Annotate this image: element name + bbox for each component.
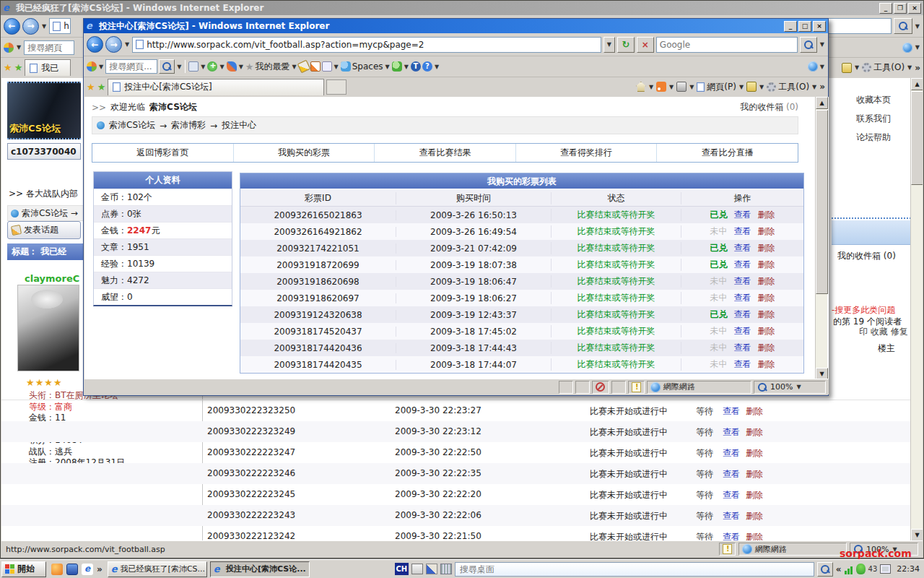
link-forum-help[interactable]: 论坛帮助 — [856, 131, 891, 144]
delete-link[interactable]: 删除 — [746, 447, 763, 460]
caret-icon[interactable]: ▼ — [98, 64, 104, 70]
view-link[interactable]: 查看 — [734, 309, 751, 321]
delete-link[interactable]: 删除 — [746, 510, 763, 522]
breadcrumb-betting-center[interactable]: 投注中心 — [222, 119, 256, 131]
view-link[interactable]: 查看 — [723, 468, 740, 480]
msn-logo-icon[interactable] — [4, 43, 14, 53]
delete-link[interactable]: 删除 — [746, 489, 763, 501]
view-link[interactable]: 查看 — [723, 405, 740, 418]
search-more-link[interactable]: -搜更多此类问题 — [832, 304, 895, 316]
lottery-nav-item[interactable]: 我购买的彩票 — [233, 144, 375, 162]
popup-vertical-scrollbar[interactable]: ▲ ▼ — [815, 97, 827, 380]
view-link[interactable]: 查看 — [734, 292, 751, 304]
tools-menu-button[interactable]: 工具(O) — [778, 81, 809, 93]
google-search-box[interactable] — [656, 37, 798, 53]
caret-icon[interactable]: ▼ — [811, 84, 817, 90]
language-indicator[interactable]: CH — [395, 563, 409, 575]
post-topic-button[interactable]: 发表话题 — [7, 221, 81, 239]
bg-vertical-scrollbar[interactable]: ▲ ▼ — [910, 78, 923, 541]
view-link[interactable]: 查看 — [734, 242, 751, 254]
tray-collapse-icon[interactable]: « — [836, 564, 842, 574]
highlight-page-icon[interactable] — [310, 61, 321, 72]
delete-link[interactable]: 删除 — [758, 259, 775, 271]
caret-icon[interactable]: ▼ — [854, 64, 860, 71]
delete-link[interactable]: 删除 — [758, 292, 775, 304]
window-icon[interactable] — [188, 61, 199, 72]
scrollbar-thumb[interactable] — [911, 91, 923, 185]
caret-icon[interactable]: ▼ — [819, 64, 825, 70]
delete-link[interactable]: 删除 — [746, 426, 763, 439]
save-disk-icon[interactable] — [66, 564, 78, 575]
caret-icon[interactable]: ▼ — [176, 64, 182, 70]
gear-icon[interactable] — [862, 63, 871, 72]
caret-icon[interactable]: ▼ — [689, 84, 694, 90]
my-favorites-button[interactable]: 我的最愛 — [255, 61, 289, 73]
translate-caret-icon[interactable]: ▼ — [915, 44, 920, 51]
toolbar-overflow-icon[interactable]: » — [819, 82, 825, 92]
add-content-icon[interactable] — [207, 61, 217, 72]
breadcrumb-forum[interactable]: 索沛CS论坛 — [109, 119, 155, 131]
delete-link[interactable]: 删除 — [746, 468, 763, 480]
zoom-caret-icon[interactable]: ▼ — [796, 384, 801, 390]
back-button[interactable]: ← — [87, 36, 103, 53]
bg-address-bar[interactable]: h — [49, 18, 71, 34]
spaces-button[interactable]: Spaces — [352, 61, 383, 72]
post-actions-links[interactable]: 印 收藏 修复 — [859, 326, 908, 338]
popup-titlebar[interactable]: e 投注中心[索沛CS论坛] - Windows Internet Explor… — [84, 19, 828, 33]
messenger-tray-icon[interactable] — [856, 564, 866, 574]
lottery-nav-item[interactable]: 查看比赛结果 — [374, 144, 515, 162]
delete-link[interactable]: 删除 — [758, 325, 775, 337]
caret-icon[interactable]: ▼ — [907, 64, 912, 71]
toolbar-overflow-icon[interactable]: » — [915, 63, 920, 73]
delete-link[interactable]: 删除 — [758, 242, 775, 254]
stop-button[interactable]: × — [637, 37, 654, 53]
caret-icon[interactable]: ▼ — [385, 64, 391, 70]
active-tab[interactable]: 投注中心[索沛CS论坛] — [108, 79, 324, 95]
bg-web-search-input[interactable] — [27, 43, 71, 53]
delete-link[interactable]: 删除 — [758, 275, 775, 288]
msn-logo-icon[interactable] — [87, 61, 97, 72]
delete-link[interactable]: 删除 — [758, 342, 775, 354]
translate-globe-icon[interactable] — [808, 61, 818, 72]
caret-icon[interactable]: ▼ — [219, 64, 225, 70]
link-contact-us[interactable]: 联系我们 — [856, 113, 891, 125]
scroll-up-icon[interactable]: ▲ — [816, 97, 828, 109]
toolbar-grid-icon[interactable] — [440, 564, 452, 574]
messenger-contact-icon[interactable] — [392, 61, 402, 72]
display-tray-icon[interactable] — [880, 564, 891, 574]
scroll-up-icon[interactable]: ▲ — [911, 78, 923, 90]
msn-butterfly-icon[interactable] — [227, 61, 237, 72]
address-input[interactable] — [147, 40, 598, 50]
start-button[interactable]: 開始 — [1, 561, 46, 577]
caret-icon[interactable]: ▼ — [648, 84, 654, 90]
scroll-down-icon[interactable]: ▼ — [911, 529, 923, 541]
desktop-search-box[interactable] — [455, 562, 814, 577]
taskbar-button-main-window[interactable]: e 我已经疯狂了[索沛CS... — [108, 561, 207, 577]
t-badge-icon[interactable]: T — [411, 61, 421, 72]
bg-page-style-icon[interactable] — [842, 63, 852, 73]
view-link[interactable]: 查看 — [723, 510, 740, 522]
bg-window-titlebar[interactable]: e 我已经疯狂了[索沛CS论坛] - Windows Internet Expl… — [1, 1, 923, 15]
desktop-search-input[interactable] — [460, 564, 809, 574]
caret-icon[interactable]: ▼ — [334, 64, 339, 70]
breadcrumb-lottery[interactable]: 索沛博彩 — [171, 119, 206, 131]
caret-icon[interactable]: ▼ — [668, 84, 674, 90]
taskbar-button-popup-window[interactable]: e 投注中心[索沛CS论... — [210, 561, 310, 577]
add-favorite-icon[interactable]: ★ — [97, 82, 106, 92]
page-menu-button[interactable]: 網頁(P) — [707, 81, 736, 93]
bg-search-options-icon[interactable]: ▼ — [915, 23, 920, 30]
lottery-nav-item[interactable]: 查看得奖排行 — [515, 144, 657, 162]
lottery-nav-item[interactable]: 查看比分直播 — [656, 144, 798, 162]
caret-icon[interactable]: ▼ — [434, 64, 440, 70]
forward-button[interactable]: → — [105, 36, 122, 53]
desktop-search-button[interactable] — [817, 562, 833, 577]
mail-icon[interactable] — [322, 61, 332, 72]
help-icon[interactable]: ? — [422, 61, 432, 72]
minimize-button[interactable]: _ — [879, 3, 892, 14]
minimize-button[interactable]: _ — [784, 21, 797, 32]
view-link[interactable]: 查看 — [734, 325, 751, 337]
bg-tab[interactable]: 我已 — [25, 59, 71, 76]
refresh-button[interactable]: ↻ — [617, 37, 635, 53]
history-dropdown-icon[interactable]: ▼ — [41, 23, 47, 30]
delete-link[interactable]: 删除 — [758, 358, 775, 371]
